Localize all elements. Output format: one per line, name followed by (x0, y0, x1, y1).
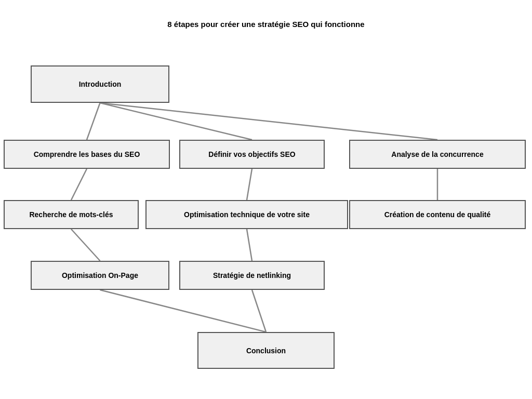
node-onpage: Optimisation On-Page (31, 261, 169, 290)
node-introduction: Introduction (31, 65, 169, 103)
node-objectifs-seo: Définir vos objectifs SEO (179, 140, 325, 169)
svg-line-2 (100, 103, 438, 140)
svg-line-3 (71, 169, 87, 200)
svg-line-7 (247, 229, 252, 261)
svg-line-8 (100, 290, 267, 332)
svg-line-9 (252, 290, 266, 332)
svg-line-1 (100, 103, 252, 140)
node-conclusion: Conclusion (197, 332, 335, 369)
node-bases-seo: Comprendre les bases du SEO (4, 140, 170, 169)
node-optimisation-tech: Optimisation technique de votre site (145, 200, 348, 229)
svg-line-0 (87, 103, 100, 140)
svg-line-4 (247, 169, 252, 200)
page-title: 8 étapes pour créer une stratégie SEO qu… (0, 20, 532, 29)
node-netlinking: Stratégie de netlinking (179, 261, 325, 290)
node-mots-cles: Recherche de mots-clés (4, 200, 139, 229)
node-analyse-concurrence: Analyse de la concurrence (349, 140, 526, 169)
svg-line-6 (71, 229, 100, 261)
node-creation-contenu: Création de contenu de qualité (349, 200, 526, 229)
